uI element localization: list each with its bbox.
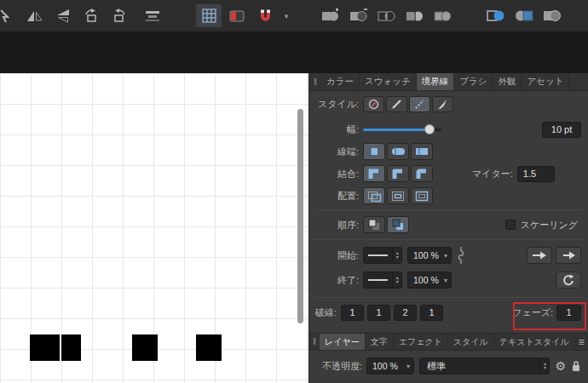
refresh-icon (562, 274, 574, 286)
start-style-combo[interactable]: ▴ ▾ (363, 247, 402, 264)
boolean-intersect-button[interactable] (373, 4, 399, 27)
vertical-scrollbar[interactable] (297, 109, 303, 323)
tab-color[interactable]: カラー (321, 73, 360, 90)
dash-segment[interactable] (196, 334, 222, 361)
width-value-field[interactable]: 10 pt (542, 122, 581, 138)
clipped-tool-icon[interactable] (0, 4, 10, 27)
opacity-dropdown[interactable]: 100 % ▾ (366, 357, 414, 374)
cap-round-button[interactable] (387, 143, 409, 160)
align-outside-button[interactable] (411, 187, 433, 204)
dash-segment[interactable] (132, 334, 158, 361)
panel-menu-icon[interactable]: ≡ (575, 334, 588, 350)
width-slider-knob[interactable] (424, 124, 435, 134)
stroke-panel-tabbar: ‖ カラー スウォッチ 境界線 ブラシ 外観 アセット (309, 73, 588, 91)
tab-text-styles[interactable]: テキストスタイル (494, 334, 575, 350)
end-style-combo[interactable]: ▴ ▾ (363, 272, 402, 289)
canvas[interactable] (0, 73, 308, 383)
stroke-solid-button[interactable] (386, 96, 407, 112)
swap-start-arrow-button[interactable] (527, 247, 552, 264)
tab-assets[interactable]: アセット (522, 73, 569, 90)
snapping-group: ▾ (196, 4, 292, 27)
dash-gap-line (60, 334, 61, 361)
join-miter-button[interactable] (363, 165, 385, 182)
link-icon[interactable] (457, 246, 465, 265)
width-slider[interactable] (363, 129, 441, 131)
style-label: スタイル: (309, 98, 359, 111)
round-cap-icon (391, 146, 405, 157)
align-center-button[interactable] (363, 187, 385, 204)
start-label: 開始: (309, 249, 359, 262)
align-row: 配置: (309, 186, 588, 205)
lock-icon[interactable] (571, 360, 581, 372)
swap-end-arrow-button[interactable] (556, 247, 581, 264)
layers-panel-tabbar: ‖ レイヤー 文字 エフェクト スタイル テキストスタイル ≡ (309, 333, 588, 351)
dash-segment[interactable] (30, 334, 81, 361)
stroke-dashed-button[interactable] (409, 96, 430, 112)
flip-vertical-button[interactable] (50, 4, 76, 27)
gear-icon[interactable]: ⚙ (555, 359, 566, 373)
dash-value-field-2[interactable]: 1 (367, 305, 390, 321)
caret-down-icon: ▾ (444, 252, 447, 260)
tab-effects[interactable]: エフェクト (394, 334, 448, 350)
reverse-arrows-button[interactable] (556, 272, 581, 289)
stroke-brush-button[interactable] (432, 96, 453, 112)
magnet-toggle-button[interactable] (252, 4, 278, 27)
boolean-subtract-button[interactable] (345, 4, 371, 27)
end-style-stepper[interactable]: ▴ ▾ (392, 272, 401, 288)
boolean-divide-button[interactable] (401, 4, 427, 27)
app-window: ▾ (0, 0, 588, 383)
boolean-add-icon (320, 9, 340, 23)
order-behind-button[interactable] (387, 216, 409, 233)
round-join-icon (392, 169, 404, 180)
tab-stroke[interactable]: 境界線 (417, 73, 455, 90)
tab-character[interactable]: 文字 (366, 334, 394, 350)
grid-toggle-button[interactable] (196, 4, 222, 27)
phase-value-field[interactable]: 1 (556, 305, 581, 321)
scaling-checkbox[interactable] (505, 220, 516, 230)
start-pressure-value: 100 % (413, 250, 439, 260)
scaling-label: スケーリング (521, 219, 578, 232)
order-front-button[interactable] (363, 216, 385, 233)
snapping-dropdown-chevron[interactable]: ▾ (280, 4, 292, 27)
line-style-preview (368, 279, 388, 281)
rotate-cw-button[interactable] (107, 4, 132, 27)
tab-brushes[interactable]: ブラシ (454, 73, 493, 90)
cap-butt-button[interactable] (363, 143, 385, 160)
tab-appearance[interactable]: 外観 (493, 73, 522, 90)
start-pressure-dropdown[interactable]: 100 % ▾ (407, 247, 452, 264)
panel-drag-handle[interactable]: ‖ (309, 73, 321, 90)
insertion-button[interactable] (140, 4, 165, 27)
snapping-options-button[interactable] (224, 4, 250, 27)
join-bevel-button[interactable] (411, 165, 433, 182)
miter-value-field[interactable]: 1.5 (517, 166, 555, 182)
blend-mode-dropdown[interactable]: 標準 ▴ ▾ (419, 357, 550, 374)
insert-behind-button[interactable] (510, 4, 536, 27)
cap-square-button[interactable] (411, 143, 433, 160)
insert-inside-button[interactable] (482, 4, 508, 27)
boolean-combine-button[interactable] (429, 4, 455, 27)
flip-horizontal-icon (26, 9, 43, 23)
style-row: スタイル: (309, 94, 588, 113)
align-label: 配置: (309, 190, 359, 203)
align-inside-button[interactable] (387, 187, 409, 204)
insert-target-group (482, 4, 564, 27)
panel-drag-handle[interactable]: ‖ (309, 334, 320, 350)
start-style-stepper[interactable]: ▴ ▾ (392, 248, 401, 263)
blend-mode-stepper[interactable]: ▴ ▾ (539, 358, 549, 374)
insert-on-top-button[interactable] (539, 4, 564, 27)
tab-swatches[interactable]: スウォッチ (360, 73, 417, 90)
end-pressure-dropdown[interactable]: 100 % ▾ (407, 272, 452, 289)
join-round-button[interactable] (387, 165, 409, 182)
brush-stroke-icon (437, 99, 448, 110)
dash-value-field-4[interactable]: 1 (420, 305, 443, 321)
divider (314, 209, 584, 210)
stroke-none-button[interactable] (363, 96, 384, 112)
flip-horizontal-button[interactable] (22, 4, 48, 27)
align-inside-icon (391, 191, 406, 202)
tab-layers[interactable]: レイヤー (320, 334, 366, 350)
dash-value-field-3[interactable]: 2 (394, 305, 417, 321)
tab-styles[interactable]: スタイル (448, 334, 494, 350)
rotate-ccw-button[interactable] (78, 4, 104, 27)
boolean-add-button[interactable] (317, 4, 343, 27)
dash-value-field-1[interactable]: 1 (341, 305, 364, 321)
